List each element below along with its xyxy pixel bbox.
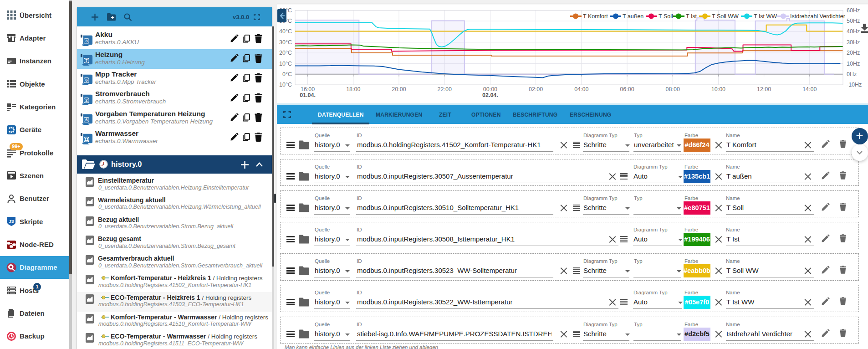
svg-text:20°C: 20°C — [279, 50, 292, 56]
svg-text:JS: JS — [9, 219, 14, 224]
svg-text:-10°C: -10°C — [277, 82, 292, 88]
svg-text:10°C: 10°C — [279, 61, 292, 67]
svg-text:04:00: 04:00 — [574, 86, 588, 92]
svg-text:40Hz: 40Hz — [847, 28, 860, 35]
svg-text:60Hz: 60Hz — [847, 7, 860, 14]
svg-text:T Soll: T Soll — [659, 13, 673, 20]
svg-text:3: 3 — [85, 39, 87, 43]
svg-text:T außen: T außen — [623, 13, 643, 20]
svg-text:T Komfort: T Komfort — [583, 13, 608, 20]
svg-text:10:00: 10:00 — [711, 86, 725, 92]
svg-text:00:00: 00:00 — [483, 86, 497, 92]
svg-text:Istdrehzahl Verdichter: Istdrehzahl Verdichter — [790, 13, 845, 20]
svg-text:01.04.: 01.04. — [300, 92, 316, 98]
svg-text:0Hz: 0Hz — [847, 71, 857, 77]
svg-text:6: 6 — [85, 78, 87, 82]
svg-text:T Soll WW: T Soll WW — [712, 13, 739, 20]
svg-text:02.04.: 02.04. — [482, 92, 498, 98]
svg-text:50Hz: 50Hz — [847, 18, 860, 24]
svg-text:7: 7 — [85, 58, 87, 63]
svg-text:16:00: 16:00 — [301, 86, 315, 92]
svg-text:30Hz: 30Hz — [847, 39, 860, 46]
svg-text:20:00: 20:00 — [392, 86, 406, 92]
svg-text:0°C: 0°C — [282, 71, 292, 77]
svg-text:20Hz: 20Hz — [847, 50, 860, 56]
svg-text:14:00: 14:00 — [802, 86, 817, 92]
svg-text:12:00: 12:00 — [757, 86, 771, 92]
svg-text:T Ist: T Ist — [686, 13, 697, 20]
svg-text:08:00: 08:00 — [666, 86, 680, 92]
svg-text:11: 11 — [84, 137, 89, 142]
svg-text:-10Hz: -10Hz — [847, 82, 862, 88]
svg-text:2: 2 — [85, 98, 87, 103]
svg-text:22:00: 22:00 — [438, 86, 452, 92]
svg-text:T Ist WW: T Ist WW — [754, 13, 777, 20]
svg-text:40°C: 40°C — [279, 28, 292, 35]
svg-text:10Hz: 10Hz — [847, 61, 860, 67]
svg-text:06:00: 06:00 — [620, 86, 634, 92]
svg-text:30°C: 30°C — [279, 39, 292, 46]
svg-text:18:00: 18:00 — [346, 86, 360, 92]
svg-text:02:00: 02:00 — [529, 86, 543, 92]
svg-text:6: 6 — [85, 118, 87, 122]
